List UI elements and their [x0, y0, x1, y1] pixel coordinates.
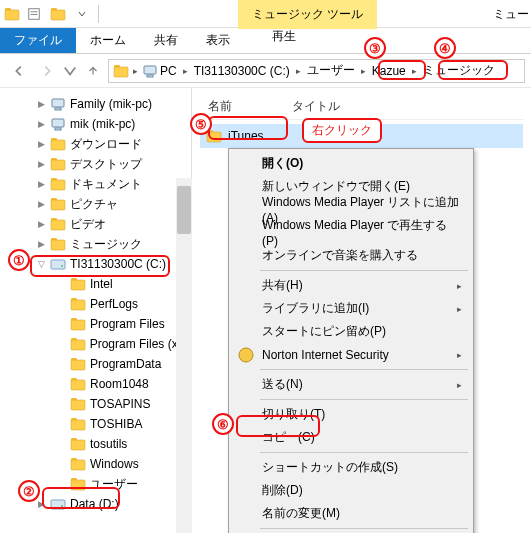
tree-item[interactable]: Program Files (x86 [0, 334, 191, 354]
tree-item[interactable]: Windows [0, 454, 191, 474]
folder-icon [113, 63, 129, 79]
ctx-rename[interactable]: 名前の変更(M) [232, 502, 470, 525]
expand-icon[interactable]: ▶ [36, 139, 46, 149]
breadcrumb-music[interactable]: ミュージック [421, 62, 497, 79]
navigation-tree[interactable]: ▶Family (mik-pc)▶mik (mik-pc)▶ダウンロード▶デスク… [0, 88, 192, 533]
tree-item[interactable]: ▶ミュージック [0, 234, 191, 254]
breadcrumb-pc[interactable]: PC [158, 64, 179, 78]
tab-home[interactable]: ホーム [76, 28, 140, 53]
tree-item[interactable]: ▶デスクトップ [0, 154, 191, 174]
tab-file[interactable]: ファイル [0, 28, 76, 53]
tab-share[interactable]: 共有 [140, 28, 192, 53]
nav-forward-button[interactable] [34, 58, 60, 84]
nav-up-button[interactable] [80, 58, 106, 84]
tree-item[interactable]: TOSHIBA [0, 414, 191, 434]
tree-item-label: Family (mik-pc) [70, 97, 152, 111]
expand-icon[interactable]: ▶ [36, 179, 46, 189]
ctx-cut[interactable]: 切り取り(T) [232, 403, 470, 426]
tree-item[interactable]: ▶ドキュメント [0, 174, 191, 194]
folder-icon [70, 276, 86, 292]
qat-newfolder-icon[interactable] [46, 2, 70, 26]
ctx-norton[interactable]: Norton Internet Security▸ [232, 343, 470, 366]
tree-item-label: Room1048 [90, 377, 149, 391]
tree-item[interactable]: PerfLogs [0, 294, 191, 314]
chevron-right-icon[interactable]: ▸ [292, 66, 305, 76]
ctx-pin-start[interactable]: スタートにピン留め(P) [232, 320, 470, 343]
ctx-wmp-play[interactable]: Windows Media Player で再生する(P) [232, 221, 470, 244]
tree-item[interactable]: ▶ビデオ [0, 214, 191, 234]
nav-back-button[interactable] [6, 58, 32, 84]
tree-item[interactable]: TOSAPINS [0, 394, 191, 414]
column-name[interactable]: 名前 [208, 98, 232, 115]
chevron-right-icon[interactable]: ▸ [357, 66, 370, 76]
tab-view[interactable]: 表示 [192, 28, 244, 53]
folder-icon [70, 336, 86, 352]
expand-icon[interactable]: ▶ [36, 99, 46, 109]
expand-icon[interactable]: ▶ [36, 219, 46, 229]
folder-icon [70, 456, 86, 472]
ctx-create-shortcut[interactable]: ショートカットの作成(S) [232, 456, 470, 479]
expand-icon[interactable]: ▶ [36, 119, 46, 129]
tree-item[interactable]: tosutils [0, 434, 191, 454]
folder-icon [70, 476, 86, 492]
tree-item-label: ミュージック [70, 236, 142, 253]
tree-item[interactable]: Program Files [0, 314, 191, 334]
qat-properties-icon[interactable] [22, 2, 46, 26]
chevron-right-icon: ▸ [457, 281, 462, 291]
breadcrumb[interactable]: ▸ PC ▸ TI31130300C (C:) ▸ ユーザー ▸ Kazue ▸… [108, 59, 525, 83]
annotation-2: ② [18, 480, 40, 502]
ctx-copy[interactable]: コピー(C) [232, 426, 470, 449]
tree-item[interactable]: ▶Family (mik-pc) [0, 94, 191, 114]
tab-play[interactable]: 再生 [258, 28, 310, 45]
ctx-delete[interactable]: 削除(D) [232, 479, 470, 502]
expand-icon[interactable]: ▶ [36, 159, 46, 169]
tree-item[interactable]: ProgramData [0, 354, 191, 374]
expand-icon[interactable]: ▽ [36, 259, 46, 269]
ctx-add-library[interactable]: ライブラリに追加(I)▸ [232, 297, 470, 320]
annotation-3: ③ [364, 37, 386, 59]
chevron-right-icon[interactable]: ▸ [129, 66, 142, 76]
title-music-partial: ミュー [493, 6, 529, 23]
expand-icon[interactable]: ▶ [36, 239, 46, 249]
expand-icon[interactable]: ▶ [36, 199, 46, 209]
breadcrumb-drive[interactable]: TI31130300C (C:) [192, 64, 292, 78]
ctx-share[interactable]: 共有(H)▸ [232, 274, 470, 297]
folder-icon [50, 156, 66, 172]
ctx-open[interactable]: 開く(O) [232, 152, 470, 175]
expand-icon[interactable]: ▶ [36, 499, 46, 509]
folder-icon [70, 316, 86, 332]
chevron-right-icon[interactable]: ▸ [179, 66, 192, 76]
folder-icon [70, 356, 86, 372]
tree-item[interactable]: Intel [0, 274, 191, 294]
drive-icon [50, 256, 66, 272]
titlebar-divider [98, 5, 99, 23]
qat-dropdown-icon[interactable] [70, 2, 94, 26]
column-headers[interactable]: 名前 タイトル [200, 94, 523, 120]
ctx-buy-online[interactable]: オンラインで音楽を購入する [232, 244, 470, 267]
breadcrumb-users[interactable]: ユーザー [305, 62, 357, 79]
ctx-separator [260, 399, 468, 400]
tree-item[interactable]: Room1048 [0, 374, 191, 394]
annotation-right-click: 右クリック [302, 118, 382, 143]
context-menu: 開く(O) 新しいウィンドウで開く(E) Windows Media Playe… [228, 148, 474, 533]
nav-recent-dropdown[interactable] [62, 58, 78, 84]
tree-item[interactable]: ▶ピクチャ [0, 194, 191, 214]
ctx-separator [260, 452, 468, 453]
ctx-send-to[interactable]: 送る(N)▸ [232, 373, 470, 396]
annotation-4: ④ [434, 37, 456, 59]
breadcrumb-kazue[interactable]: Kazue [370, 64, 408, 78]
scrollbar-thumb[interactable] [177, 186, 191, 234]
file-name: iTunes [228, 129, 264, 143]
norton-icon [238, 347, 254, 363]
tree-scrollbar[interactable] [176, 178, 192, 533]
chevron-right-icon: ▸ [457, 304, 462, 314]
annotation-1: ① [8, 249, 30, 271]
tree-item[interactable]: ▶ダウンロード [0, 134, 191, 154]
column-title[interactable]: タイトル [292, 98, 340, 115]
chevron-right-icon[interactable]: ▸ [408, 66, 421, 76]
tree-item[interactable]: ▶mik (mik-pc) [0, 114, 191, 134]
address-bar: ▸ PC ▸ TI31130300C (C:) ▸ ユーザー ▸ Kazue ▸… [0, 54, 531, 88]
tree-item-label: TOSAPINS [90, 397, 150, 411]
folder-icon [50, 196, 66, 212]
folder-icon [50, 136, 66, 152]
